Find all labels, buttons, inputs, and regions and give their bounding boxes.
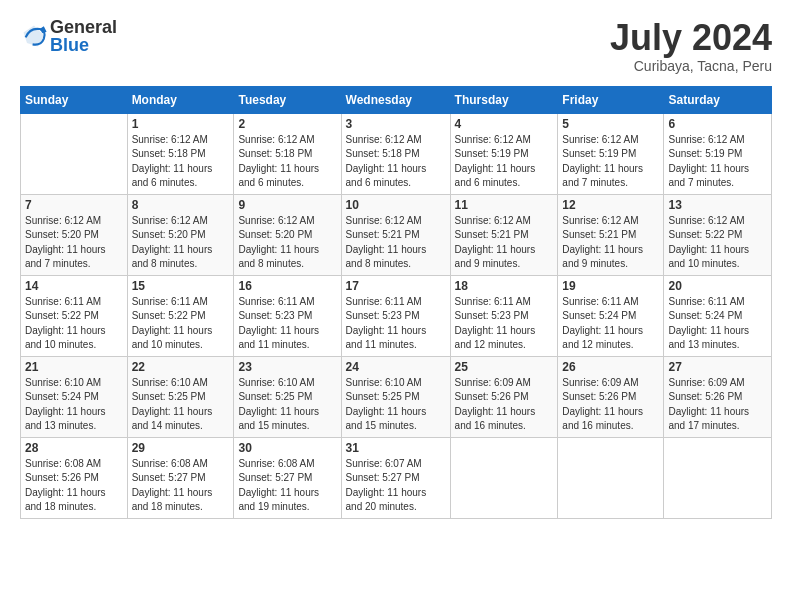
day-info: Sunrise: 6:12 AMSunset: 5:21 PMDaylight:…: [346, 214, 446, 272]
day-info: Sunrise: 6:12 AMSunset: 5:18 PMDaylight:…: [238, 133, 336, 191]
header-thursday: Thursday: [450, 86, 558, 113]
title-block: July 2024 Curibaya, Tacna, Peru: [610, 18, 772, 74]
table-row: [450, 437, 558, 518]
day-info: Sunrise: 6:12 AMSunset: 5:19 PMDaylight:…: [562, 133, 659, 191]
day-number: 23: [238, 360, 336, 374]
day-number: 30: [238, 441, 336, 455]
month-title: July 2024: [610, 18, 772, 58]
day-info: Sunrise: 6:12 AMSunset: 5:21 PMDaylight:…: [562, 214, 659, 272]
day-info: Sunrise: 6:09 AMSunset: 5:26 PMDaylight:…: [562, 376, 659, 434]
table-row: [664, 437, 772, 518]
day-number: 21: [25, 360, 123, 374]
day-info: Sunrise: 6:07 AMSunset: 5:27 PMDaylight:…: [346, 457, 446, 515]
table-row: 7 Sunrise: 6:12 AMSunset: 5:20 PMDayligh…: [21, 194, 128, 275]
day-number: 8: [132, 198, 230, 212]
day-info: Sunrise: 6:08 AMSunset: 5:27 PMDaylight:…: [132, 457, 230, 515]
day-info: Sunrise: 6:09 AMSunset: 5:26 PMDaylight:…: [455, 376, 554, 434]
table-row: [558, 437, 664, 518]
table-row: 18 Sunrise: 6:11 AMSunset: 5:23 PMDaylig…: [450, 275, 558, 356]
table-row: 4 Sunrise: 6:12 AMSunset: 5:19 PMDayligh…: [450, 113, 558, 194]
location: Curibaya, Tacna, Peru: [610, 58, 772, 74]
header-monday: Monday: [127, 86, 234, 113]
logo-text: General Blue: [50, 18, 117, 54]
day-info: Sunrise: 6:12 AMSunset: 5:18 PMDaylight:…: [132, 133, 230, 191]
logo-blue-text: Blue: [50, 36, 117, 54]
day-info: Sunrise: 6:10 AMSunset: 5:25 PMDaylight:…: [346, 376, 446, 434]
table-row: 15 Sunrise: 6:11 AMSunset: 5:22 PMDaylig…: [127, 275, 234, 356]
table-row: 14 Sunrise: 6:11 AMSunset: 5:22 PMDaylig…: [21, 275, 128, 356]
day-info: Sunrise: 6:10 AMSunset: 5:25 PMDaylight:…: [132, 376, 230, 434]
day-info: Sunrise: 6:09 AMSunset: 5:26 PMDaylight:…: [668, 376, 767, 434]
day-number: 7: [25, 198, 123, 212]
table-row: 11 Sunrise: 6:12 AMSunset: 5:21 PMDaylig…: [450, 194, 558, 275]
day-number: 19: [562, 279, 659, 293]
header: General Blue July 2024 Curibaya, Tacna, …: [20, 18, 772, 74]
day-info: Sunrise: 6:08 AMSunset: 5:27 PMDaylight:…: [238, 457, 336, 515]
day-number: 28: [25, 441, 123, 455]
logo: General Blue: [20, 18, 117, 54]
day-info: Sunrise: 6:08 AMSunset: 5:26 PMDaylight:…: [25, 457, 123, 515]
day-number: 6: [668, 117, 767, 131]
logo-general-text: General: [50, 18, 117, 36]
day-info: Sunrise: 6:11 AMSunset: 5:24 PMDaylight:…: [562, 295, 659, 353]
table-row: 27 Sunrise: 6:09 AMSunset: 5:26 PMDaylig…: [664, 356, 772, 437]
day-number: 2: [238, 117, 336, 131]
table-row: 10 Sunrise: 6:12 AMSunset: 5:21 PMDaylig…: [341, 194, 450, 275]
day-info: Sunrise: 6:12 AMSunset: 5:19 PMDaylight:…: [455, 133, 554, 191]
day-info: Sunrise: 6:11 AMSunset: 5:23 PMDaylight:…: [238, 295, 336, 353]
table-row: 24 Sunrise: 6:10 AMSunset: 5:25 PMDaylig…: [341, 356, 450, 437]
header-friday: Friday: [558, 86, 664, 113]
day-info: Sunrise: 6:11 AMSunset: 5:22 PMDaylight:…: [132, 295, 230, 353]
table-row: 28 Sunrise: 6:08 AMSunset: 5:26 PMDaylig…: [21, 437, 128, 518]
table-row: 17 Sunrise: 6:11 AMSunset: 5:23 PMDaylig…: [341, 275, 450, 356]
header-saturday: Saturday: [664, 86, 772, 113]
day-number: 4: [455, 117, 554, 131]
header-wednesday: Wednesday: [341, 86, 450, 113]
day-info: Sunrise: 6:12 AMSunset: 5:21 PMDaylight:…: [455, 214, 554, 272]
table-row: [21, 113, 128, 194]
table-row: 9 Sunrise: 6:12 AMSunset: 5:20 PMDayligh…: [234, 194, 341, 275]
header-tuesday: Tuesday: [234, 86, 341, 113]
table-row: 30 Sunrise: 6:08 AMSunset: 5:27 PMDaylig…: [234, 437, 341, 518]
logo-icon: [20, 22, 48, 50]
day-number: 1: [132, 117, 230, 131]
day-number: 26: [562, 360, 659, 374]
table-row: 31 Sunrise: 6:07 AMSunset: 5:27 PMDaylig…: [341, 437, 450, 518]
day-info: Sunrise: 6:12 AMSunset: 5:19 PMDaylight:…: [668, 133, 767, 191]
day-number: 9: [238, 198, 336, 212]
day-info: Sunrise: 6:11 AMSunset: 5:23 PMDaylight:…: [346, 295, 446, 353]
day-number: 17: [346, 279, 446, 293]
day-info: Sunrise: 6:12 AMSunset: 5:20 PMDaylight:…: [238, 214, 336, 272]
table-row: 21 Sunrise: 6:10 AMSunset: 5:24 PMDaylig…: [21, 356, 128, 437]
header-sunday: Sunday: [21, 86, 128, 113]
table-row: 22 Sunrise: 6:10 AMSunset: 5:25 PMDaylig…: [127, 356, 234, 437]
day-info: Sunrise: 6:12 AMSunset: 5:20 PMDaylight:…: [25, 214, 123, 272]
day-number: 16: [238, 279, 336, 293]
day-number: 22: [132, 360, 230, 374]
day-info: Sunrise: 6:11 AMSunset: 5:22 PMDaylight:…: [25, 295, 123, 353]
day-info: Sunrise: 6:12 AMSunset: 5:18 PMDaylight:…: [346, 133, 446, 191]
day-info: Sunrise: 6:12 AMSunset: 5:20 PMDaylight:…: [132, 214, 230, 272]
table-row: 3 Sunrise: 6:12 AMSunset: 5:18 PMDayligh…: [341, 113, 450, 194]
day-number: 14: [25, 279, 123, 293]
table-row: 20 Sunrise: 6:11 AMSunset: 5:24 PMDaylig…: [664, 275, 772, 356]
table-row: 19 Sunrise: 6:11 AMSunset: 5:24 PMDaylig…: [558, 275, 664, 356]
day-info: Sunrise: 6:12 AMSunset: 5:22 PMDaylight:…: [668, 214, 767, 272]
table-row: 13 Sunrise: 6:12 AMSunset: 5:22 PMDaylig…: [664, 194, 772, 275]
table-row: 2 Sunrise: 6:12 AMSunset: 5:18 PMDayligh…: [234, 113, 341, 194]
day-number: 3: [346, 117, 446, 131]
day-number: 12: [562, 198, 659, 212]
table-row: 23 Sunrise: 6:10 AMSunset: 5:25 PMDaylig…: [234, 356, 341, 437]
day-number: 5: [562, 117, 659, 131]
table-row: 5 Sunrise: 6:12 AMSunset: 5:19 PMDayligh…: [558, 113, 664, 194]
day-info: Sunrise: 6:11 AMSunset: 5:23 PMDaylight:…: [455, 295, 554, 353]
table-row: 16 Sunrise: 6:11 AMSunset: 5:23 PMDaylig…: [234, 275, 341, 356]
day-number: 11: [455, 198, 554, 212]
day-number: 25: [455, 360, 554, 374]
day-number: 18: [455, 279, 554, 293]
day-number: 27: [668, 360, 767, 374]
calendar-table: Sunday Monday Tuesday Wednesday Thursday…: [20, 86, 772, 519]
day-number: 13: [668, 198, 767, 212]
table-row: 12 Sunrise: 6:12 AMSunset: 5:21 PMDaylig…: [558, 194, 664, 275]
day-info: Sunrise: 6:10 AMSunset: 5:24 PMDaylight:…: [25, 376, 123, 434]
